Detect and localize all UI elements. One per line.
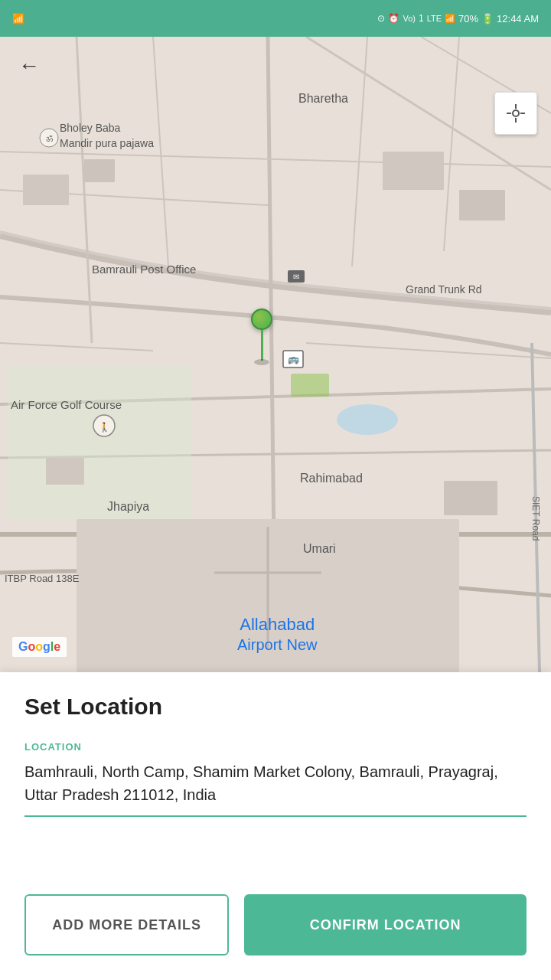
location-icon: ⊙ bbox=[377, 13, 385, 24]
gps-icon bbox=[505, 103, 527, 124]
battery-percent: 70% bbox=[458, 13, 478, 24]
map-container[interactable]: 🚌 ॐ ✉ 🚶 Bharetha Bholey BabaMandir pura … bbox=[0, 37, 551, 672]
back-arrow-icon: ← bbox=[18, 54, 40, 78]
svg-rect-5 bbox=[23, 175, 69, 205]
svg-rect-8 bbox=[459, 190, 505, 220]
svg-rect-10 bbox=[444, 481, 497, 515]
sim-icon: 1 bbox=[419, 13, 424, 24]
battery-icon: 🔋 bbox=[481, 13, 494, 24]
network-icon: 📶 bbox=[445, 14, 455, 24]
alarm-icon: ⏰ bbox=[388, 13, 399, 24]
google-g: G bbox=[18, 640, 28, 653]
svg-text:✉: ✉ bbox=[293, 273, 299, 281]
svg-text:ॐ: ॐ bbox=[46, 134, 54, 143]
location-text: Bamhrauli, North Camp, Shamim Market Col… bbox=[24, 760, 527, 817]
lte-icon: LTE bbox=[427, 14, 442, 23]
svg-text:🚶: 🚶 bbox=[99, 421, 110, 433]
location-label: LOCATION bbox=[24, 741, 527, 753]
gps-button[interactable] bbox=[494, 92, 537, 135]
bottom-panel: Set Location LOCATION Bamhrauli, North C… bbox=[0, 672, 551, 980]
google-logo: Google bbox=[12, 637, 67, 657]
wifi-icon: 📶 bbox=[12, 13, 24, 24]
status-bar: 📶 ⊙ ⏰ Vo) 1 LTE 📶 70% 🔋 12:44 AM bbox=[0, 0, 551, 37]
status-bar-right: ⊙ ⏰ Vo) 1 LTE 📶 70% 🔋 12:44 AM bbox=[377, 13, 539, 24]
google-g2: g bbox=[43, 640, 51, 653]
google-o1: o bbox=[28, 640, 35, 653]
status-bar-left: 📶 bbox=[12, 13, 24, 24]
pin-shadow bbox=[254, 359, 269, 365]
time: 12:44 AM bbox=[497, 13, 539, 24]
add-details-button[interactable]: ADD MORE DETAILS bbox=[24, 894, 229, 956]
svg-rect-9 bbox=[46, 458, 84, 485]
set-location-title: Set Location bbox=[24, 694, 527, 720]
confirm-location-button[interactable]: CONFIRM LOCATION bbox=[244, 894, 527, 956]
svg-rect-3 bbox=[291, 374, 329, 397]
google-o2: o bbox=[35, 640, 43, 653]
map-pin bbox=[251, 309, 272, 365]
pin-stem bbox=[261, 330, 263, 361]
pin-ball bbox=[251, 309, 272, 330]
signal-icon: Vo) bbox=[403, 14, 416, 23]
map-background: 🚌 ॐ ✉ 🚶 bbox=[0, 37, 551, 672]
svg-point-19 bbox=[513, 110, 519, 116]
svg-rect-6 bbox=[84, 159, 115, 182]
back-button[interactable]: ← bbox=[12, 49, 46, 83]
svg-rect-4 bbox=[8, 366, 191, 519]
button-row: ADD MORE DETAILS CONFIRM LOCATION bbox=[24, 894, 527, 956]
svg-text:🚌: 🚌 bbox=[288, 353, 299, 364]
google-e: e bbox=[54, 640, 60, 653]
svg-rect-7 bbox=[383, 152, 444, 190]
svg-point-2 bbox=[337, 404, 398, 435]
